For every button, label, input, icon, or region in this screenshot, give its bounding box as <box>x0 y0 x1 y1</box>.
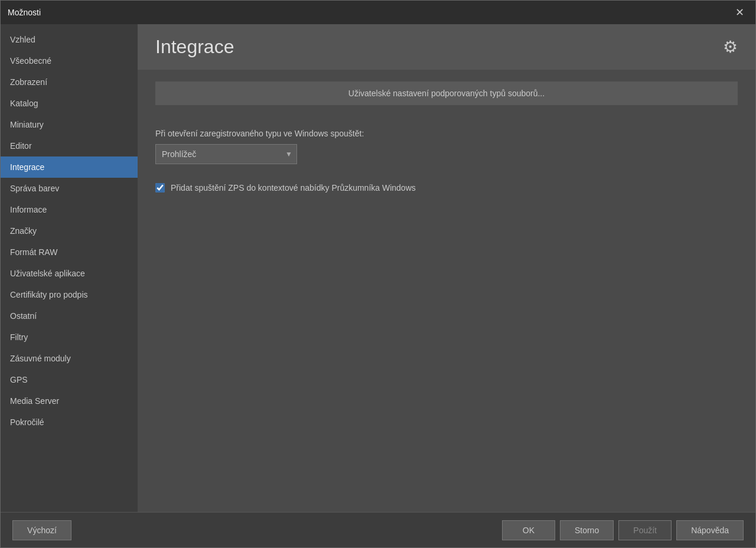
footer-left: Výchozí <box>12 520 71 540</box>
sidebar-item-editor[interactable]: Editor <box>1 135 138 156</box>
cancel-button[interactable]: Storno <box>560 520 614 540</box>
sidebar-item-formát-raw[interactable]: Formát RAW <box>1 242 138 263</box>
main-content: Integrace ⚙ Uživatelské nastavení podpor… <box>138 24 755 512</box>
page-title: Integrace <box>155 36 234 58</box>
open-type-section: Při otevření zaregistrovaného typu ve Wi… <box>155 129 738 178</box>
sidebar-item-značky[interactable]: Značky <box>1 220 138 242</box>
open-type-label: Při otevření zaregistrovaného typu ve Wi… <box>155 129 738 138</box>
sidebar-item-pokročilé[interactable]: Pokročilé <box>1 412 138 433</box>
gear-icon[interactable]: ⚙ <box>723 37 738 57</box>
sidebar-item-miniatury[interactable]: Miniatury <box>1 114 138 135</box>
sidebar-item-katalog[interactable]: Katalog <box>1 93 138 114</box>
footer-right: OK Storno Použít Nápověda <box>502 520 744 540</box>
sidebar-item-zásuvné-moduly[interactable]: Zásuvné moduly <box>1 348 138 369</box>
dialog-title: Možnosti <box>8 8 41 17</box>
sidebar-item-uživatelské-aplikace[interactable]: Uživatelské aplikace <box>1 263 138 284</box>
close-button[interactable]: ✕ <box>731 4 748 21</box>
apply-button[interactable]: Použít <box>618 520 672 540</box>
sidebar: VzhledVšeobecnéZobrazeníKatalogMiniatury… <box>1 24 138 512</box>
dialog-footer: Výchozí OK Storno Použít Nápověda <box>1 512 755 547</box>
default-button[interactable]: Výchozí <box>12 520 71 540</box>
title-bar: Možnosti ✕ <box>1 1 755 24</box>
content-body: Uživatelské nastavení podporovaných typů… <box>138 70 755 512</box>
context-menu-checkbox-row: Přidat spuštění ZPS do kontextové nabídk… <box>155 183 738 193</box>
sidebar-item-ostatní[interactable]: Ostatní <box>1 305 138 327</box>
content-header: Integrace ⚙ <box>138 24 755 70</box>
select-wrapper: Prohlížeč ▼ <box>155 144 297 164</box>
sidebar-item-integrace[interactable]: Integrace <box>1 156 138 178</box>
context-menu-checkbox[interactable] <box>155 183 165 193</box>
dialog-body: VzhledVšeobecnéZobrazeníKatalogMiniatury… <box>1 24 755 512</box>
sidebar-item-vzhled[interactable]: Vzhled <box>1 29 138 50</box>
help-button[interactable]: Nápověda <box>676 520 744 540</box>
dialog: Možnosti ✕ VzhledVšeobecnéZobrazeníKatal… <box>0 0 756 548</box>
sidebar-item-certifikáty-pro-podpis[interactable]: Certifikáty pro podpis <box>1 284 138 305</box>
sidebar-item-filtry[interactable]: Filtry <box>1 327 138 348</box>
sidebar-item-informace[interactable]: Informace <box>1 199 138 220</box>
open-action-select[interactable]: Prohlížeč <box>155 144 297 164</box>
sidebar-item-media-server[interactable]: Media Server <box>1 390 138 412</box>
ok-button[interactable]: OK <box>502 520 555 540</box>
sidebar-item-správa-barev[interactable]: Správa barev <box>1 178 138 199</box>
sidebar-item-gps[interactable]: GPS <box>1 369 138 390</box>
file-types-button[interactable]: Uživatelské nastavení podporovaných typů… <box>155 81 738 105</box>
sidebar-item-zobrazení[interactable]: Zobrazení <box>1 71 138 93</box>
sidebar-item-všeobecné[interactable]: Všeobecné <box>1 50 138 71</box>
context-menu-label: Přidat spuštění ZPS do kontextové nabídk… <box>171 183 416 193</box>
